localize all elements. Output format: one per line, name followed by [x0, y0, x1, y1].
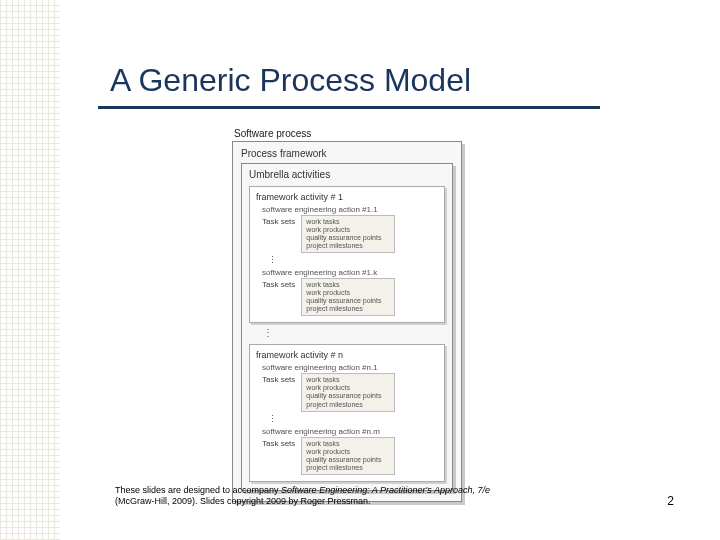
fan-tasksets-m: Task sets [262, 439, 295, 448]
mini-item: quality assurance points [306, 456, 390, 464]
mini-item: quality assurance points [306, 297, 390, 305]
vdots-icon: ⋮ [268, 414, 438, 424]
slide: A Generic Process Model Software process… [0, 0, 720, 540]
mini-item: work tasks [306, 376, 390, 384]
fa1-action-k: software engineering action #1.k [262, 268, 438, 277]
fa1-row-k: Task sets work tasks work products quali… [262, 278, 438, 316]
footer-line2: (McGraw-Hill, 2009). Slides copyright 20… [115, 496, 371, 506]
label-umbrella: Umbrella activities [249, 169, 445, 180]
fa1-title: framework activity # 1 [256, 192, 438, 202]
title-underline [98, 106, 600, 109]
fa1-tasksets-k: Task sets [262, 280, 295, 289]
mini-item: project milestones [306, 401, 390, 409]
fan-action-1: software engineering action #n.1 [262, 363, 438, 372]
fa1-row-1: Task sets work tasks work products quali… [262, 215, 438, 253]
fan-tasksets-1: Task sets [262, 375, 295, 384]
fan-row-m: Task sets work tasks work products quali… [262, 437, 438, 475]
footer-book-title: Software Engineering: A Practitioner's A… [281, 485, 490, 495]
slide-title: A Generic Process Model [110, 62, 630, 99]
mini-item: work products [306, 289, 390, 297]
mini-item: quality assurance points [306, 234, 390, 242]
vdots-between-icon: ⋮ [263, 327, 445, 338]
box-umbrella: Umbrella activities framework activity #… [241, 163, 453, 491]
mini-item: work tasks [306, 218, 390, 226]
footer-attribution: These slides are designed to accompany S… [115, 485, 595, 508]
mini-item: quality assurance points [306, 392, 390, 400]
mini-item: work tasks [306, 281, 390, 289]
mini-item: project milestones [306, 464, 390, 472]
fan-row-1: Task sets work tasks work products quali… [262, 373, 438, 411]
page-number: 2 [667, 494, 674, 508]
footer-pre: These slides are designed to accompany [115, 485, 281, 495]
mini-item: project milestones [306, 242, 390, 250]
fa1-mini-k: work tasks work products quality assuran… [301, 278, 395, 316]
diagram: Software process Process framework Umbre… [232, 128, 462, 502]
label-process-framework: Process framework [241, 148, 453, 159]
mini-item: project milestones [306, 305, 390, 313]
fa1-action-1: software engineering action #1.1 [262, 205, 438, 214]
fa1-tasksets-1: Task sets [262, 217, 295, 226]
fan-title: framework activity # n [256, 350, 438, 360]
mini-item: work products [306, 226, 390, 234]
label-software-process: Software process [234, 128, 462, 139]
mini-item: work products [306, 448, 390, 456]
vdots-icon: ⋮ [268, 255, 438, 265]
fan-action-m: software engineering action #n.m [262, 427, 438, 436]
box-process-framework: Process framework Umbrella activities fr… [232, 141, 462, 502]
box-framework-activity-n: framework activity # n software engineer… [249, 344, 445, 481]
mini-item: work tasks [306, 440, 390, 448]
left-hatch-decor [0, 0, 60, 540]
fa1-mini-1: work tasks work products quality assuran… [301, 215, 395, 253]
fan-mini-m: work tasks work products quality assuran… [301, 437, 395, 475]
box-framework-activity-1: framework activity # 1 software engineer… [249, 186, 445, 323]
fan-mini-1: work tasks work products quality assuran… [301, 373, 395, 411]
mini-item: work products [306, 384, 390, 392]
